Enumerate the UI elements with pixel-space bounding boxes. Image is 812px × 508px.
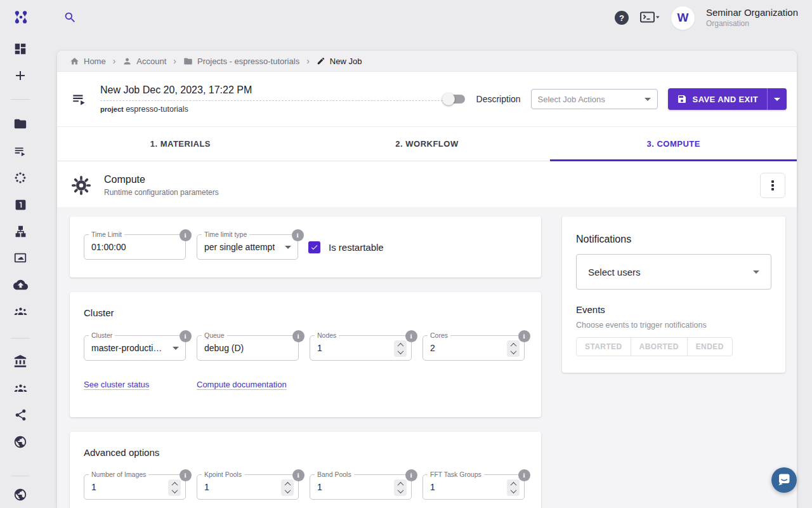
stepper-buttons[interactable] xyxy=(168,479,181,496)
sidebar-divider xyxy=(11,99,30,100)
field-label: Band Pools xyxy=(315,471,354,478)
field-value: per single attempt xyxy=(204,242,275,252)
queue-field[interactable]: Queue debug (D) i xyxy=(197,335,299,361)
compute-kebab-menu[interactable] xyxy=(760,173,785,198)
info-icon[interactable]: i xyxy=(405,469,417,481)
stepper-buttons[interactable] xyxy=(394,340,407,357)
sidebar-item-create[interactable] xyxy=(0,62,41,89)
stepper-buttons[interactable] xyxy=(394,479,407,496)
console-icon[interactable] xyxy=(640,11,660,24)
event-ended-button[interactable]: ENDED xyxy=(688,338,732,356)
info-icon[interactable]: i xyxy=(180,229,192,241)
sidebar-item-media[interactable] xyxy=(0,244,41,271)
events-title: Events xyxy=(576,304,771,315)
info-icon[interactable]: i xyxy=(518,330,530,342)
sidebar-item-designer[interactable] xyxy=(0,218,41,244)
time-limit-type-select[interactable]: Time limit type per single attempt i xyxy=(197,234,298,260)
info-icon[interactable]: i xyxy=(180,330,192,342)
band-pools-stepper[interactable]: Band Pools 1 i xyxy=(310,474,412,500)
info-icon[interactable]: i xyxy=(518,469,530,481)
sidebar-item-projects[interactable] xyxy=(0,110,41,137)
save-options-caret[interactable] xyxy=(767,88,787,110)
user-avatar[interactable]: W xyxy=(671,6,695,30)
sidebar-item-workflows[interactable] xyxy=(0,191,41,218)
folder-icon xyxy=(183,57,193,66)
info-icon[interactable]: i xyxy=(180,469,192,481)
job-actions-select[interactable]: Select Job Actions xyxy=(531,89,658,109)
fft-task-groups-stepper[interactable]: FFT Task Groups 1 i xyxy=(422,474,525,500)
breadcrumb-account[interactable]: Account xyxy=(122,57,166,66)
sidebar-item-public[interactable] xyxy=(0,429,41,455)
breadcrumb-project[interactable]: Projects - espresso-tutorials xyxy=(183,57,299,66)
job-title-input[interactable]: New Job Dec 20, 2023, 17:22 PM xyxy=(100,84,443,101)
dropdown-caret-icon xyxy=(774,98,780,101)
breadcrumb-home[interactable]: Home xyxy=(70,57,106,66)
gear-icon xyxy=(71,175,91,196)
tab-compute[interactable]: 3. COMPUTE xyxy=(550,127,797,161)
kebab-menu-icon xyxy=(771,180,774,183)
sidebar-item-uploads[interactable] xyxy=(0,272,41,298)
events-hint: Choose events to trigger notifications xyxy=(576,321,771,330)
person-icon xyxy=(122,57,132,66)
compute-content: Time Limit 01:00:00 i Time limit type pe… xyxy=(57,207,797,508)
save-and-exit-button[interactable]: SAVE AND EXIT xyxy=(668,88,787,110)
compute-documentation-link[interactable]: Compute documentation xyxy=(197,380,287,389)
select-users-dropdown[interactable]: Select users xyxy=(576,254,771,290)
stepper-buttons[interactable] xyxy=(281,479,294,496)
time-limit-field[interactable]: Time Limit 01:00:00 i xyxy=(84,234,186,260)
is-restartable-checkbox[interactable]: Is restartable xyxy=(308,241,384,253)
sidebar-item-share[interactable] xyxy=(0,401,41,428)
field-label: Nodes xyxy=(315,331,339,339)
sidebar-item-bank[interactable] xyxy=(0,348,41,375)
field-value: 1 xyxy=(430,482,435,492)
tab-materials[interactable]: 1. MATERIALS xyxy=(57,127,304,161)
event-aborted-button[interactable]: ABORTED xyxy=(631,338,688,356)
dropdown-caret-icon xyxy=(285,246,291,249)
edit-icon xyxy=(317,57,325,65)
info-icon[interactable]: i xyxy=(405,330,417,342)
number-of-images-stepper[interactable]: Number of Images 1 i xyxy=(84,474,186,500)
breadcrumb-new-job[interactable]: New Job xyxy=(317,57,362,66)
advanced-card-title: Advanced options xyxy=(84,432,527,458)
nodes-stepper[interactable]: Nodes 1 i xyxy=(310,335,412,361)
info-icon[interactable]: i xyxy=(292,330,304,342)
cores-stepper[interactable]: Cores 2 i xyxy=(422,335,525,361)
spinner-down-icon xyxy=(510,348,516,354)
project-label: project xyxy=(100,105,124,113)
info-icon[interactable]: i xyxy=(292,469,304,481)
cluster-select[interactable]: Cluster master-productio… i xyxy=(84,335,186,361)
spinner-down-icon xyxy=(510,487,516,493)
info-icon[interactable]: i xyxy=(292,229,304,241)
description-toggle[interactable] xyxy=(443,95,465,104)
dropdown-caret-icon xyxy=(645,98,651,101)
sidebar-item-dashboard[interactable] xyxy=(0,36,41,62)
stepper-buttons[interactable] xyxy=(507,340,520,357)
event-started-button[interactable]: STARTED xyxy=(577,338,631,356)
sidebar-item-more[interactable] xyxy=(0,481,41,508)
field-value: 1 xyxy=(204,482,209,492)
field-label: Cores xyxy=(428,331,450,339)
cluster-card-title: Cluster xyxy=(84,292,527,318)
org-menu[interactable]: Seminar Organization Organisation xyxy=(706,7,798,29)
sidebar-item-jobs[interactable] xyxy=(0,138,41,164)
field-label: Time limit type xyxy=(202,231,249,238)
tab-label: 1. MATERIALS xyxy=(150,139,211,149)
search-icon[interactable] xyxy=(63,11,77,24)
sidebar-divider xyxy=(11,338,30,338)
tab-workflow[interactable]: 2. WORKFLOW xyxy=(304,127,551,161)
breadcrumb-label: New Job xyxy=(330,57,362,66)
job-tabs: 1. MATERIALS 2. WORKFLOW 3. COMPUTE xyxy=(57,126,797,161)
stepper-buttons[interactable] xyxy=(507,479,520,496)
field-label: Queue xyxy=(202,331,227,339)
app-logo-icon[interactable] xyxy=(11,8,30,27)
chat-launcher-button[interactable] xyxy=(771,467,797,493)
compute-section-header: Compute Runtime configuration parameters xyxy=(57,161,797,209)
sidebar-item-team[interactable] xyxy=(0,298,41,325)
kpoint-pools-stepper[interactable]: Kpoint Pools 1 i xyxy=(197,474,299,500)
sidebar-item-people[interactable] xyxy=(0,375,41,401)
sidebar-item-materials[interactable] xyxy=(0,164,41,191)
cluster-status-link[interactable]: See cluster status xyxy=(84,380,197,389)
help-icon[interactable]: ? xyxy=(615,11,629,25)
field-value: 2 xyxy=(430,343,435,353)
field-label: Number of Images xyxy=(89,471,148,478)
